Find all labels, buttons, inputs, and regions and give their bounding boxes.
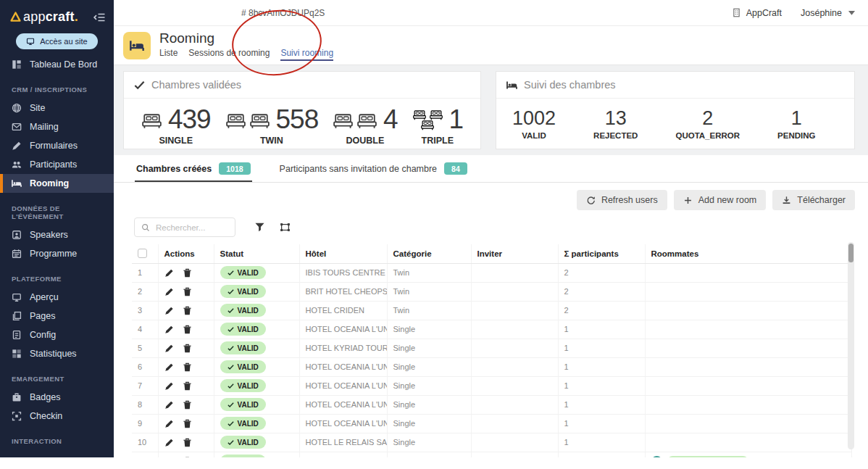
column-settings-icon[interactable] (280, 222, 291, 233)
stat-label: TRIPLE (412, 136, 464, 146)
stat-count: 1002 (512, 107, 556, 130)
sidebar-item-statistiques[interactable]: Statistiques (0, 344, 114, 363)
trash-icon[interactable] (183, 381, 192, 391)
bed-outline-icon (225, 114, 246, 129)
sidebar-item-rooming[interactable]: Rooming (0, 174, 114, 193)
row-number: 8 (132, 395, 158, 414)
sidebar-item-formulaires[interactable]: Formulaires (0, 136, 114, 155)
edit-icon[interactable] (164, 419, 174, 428)
sidebar-item-programme[interactable]: Programme (0, 244, 114, 263)
sidebar-item-site[interactable]: Site (0, 99, 114, 117)
sidebar-section-crm-inscriptions: CRM / INSCRIPTIONS (0, 74, 114, 99)
sidebar-item-speakers[interactable]: Speakers (0, 225, 114, 244)
edit-icon[interactable] (164, 325, 174, 334)
edit-icon[interactable] (164, 344, 174, 353)
roommates-cell (645, 263, 852, 282)
status-badge: VALID (220, 398, 266, 411)
status-cell: VALID (214, 320, 299, 339)
edit-icon[interactable] (164, 381, 174, 391)
validated-stat-double: 4DOUBLE (333, 106, 398, 146)
trash-icon[interactable] (183, 419, 192, 428)
download-button[interactable]: Télécharger (772, 190, 855, 210)
add-new-room-button[interactable]: Add new room (674, 190, 767, 210)
filter-funnel-icon[interactable] (254, 222, 265, 233)
sidebar-item-label: Site (30, 103, 46, 113)
participants-cell: 2 (558, 263, 645, 282)
sidebar-item-apercu[interactable]: Aperçu (0, 288, 114, 307)
content-tab-participants-sans-invitation-de-chambre[interactable]: Participants sans invitation de chambre8… (278, 155, 469, 182)
trash-icon[interactable] (183, 287, 192, 296)
select-all-checkbox[interactable] (138, 249, 147, 258)
trash-icon[interactable] (183, 400, 192, 410)
sidebar-item-tableau-de-bord[interactable]: Tableau De Bord (0, 55, 114, 74)
add-new-room-label: Add new room (698, 195, 757, 205)
trash-icon[interactable] (183, 362, 192, 372)
edit-icon[interactable] (164, 268, 174, 278)
edit-icon[interactable] (164, 362, 174, 372)
sidebar-item-mailing[interactable]: Mailing (0, 117, 114, 136)
hotel-cell: HOTEL OCEANIA L'UNIV... (299, 414, 387, 433)
page-tab-sessions-de-rooming[interactable]: Sessions de rooming (188, 48, 270, 61)
card-title: Suivi des chambres (524, 79, 616, 91)
status-badge: VALID (220, 323, 266, 336)
content-tab-chambres-creees[interactable]: Chambres créées1018 (135, 155, 252, 182)
sidebar-item-pages[interactable]: Pages (0, 307, 114, 325)
check-icon (228, 402, 234, 408)
collapse-sidebar-icon[interactable] (93, 12, 105, 23)
roommates-cell (645, 357, 852, 376)
edit-icon[interactable] (164, 306, 174, 315)
sidebar-section-plateforme: PLATEFORME (0, 263, 114, 288)
badge-icon (12, 392, 22, 402)
category-cell: Single (387, 395, 471, 414)
bed-icon (130, 40, 144, 51)
sidebar-item-checkin[interactable]: Checkin (0, 407, 114, 426)
check-icon (134, 80, 145, 90)
sidebar-section-emargement: EMARGEMENT (0, 363, 114, 388)
tab-label: Chambres créées (136, 164, 212, 174)
category-cell: Single (387, 357, 471, 376)
access-site-button[interactable]: Accès au site (16, 33, 97, 49)
sidebar-item-badges[interactable]: Badges (0, 388, 114, 407)
inviter-cell (471, 395, 558, 414)
category-cell: Single (387, 414, 471, 433)
org-switcher[interactable]: AppCraft (732, 8, 782, 18)
refresh-users-button[interactable]: Refresh users (577, 190, 667, 210)
bed-outline-icon (429, 110, 443, 120)
sidebar-item-participants[interactable]: Participants (0, 155, 114, 174)
bed-outline-icon (249, 114, 270, 129)
rooms-table: ActionsStatutHôtelCatégorieInviterΣ part… (132, 244, 852, 457)
status-badge: VALID (220, 379, 266, 392)
table-row: 4VALIDHOTEL OCEANIA L'UNIV...Single1 (132, 320, 852, 339)
row-number: 4 (132, 320, 158, 339)
status-badge: VALID (220, 360, 266, 373)
check-icon (228, 270, 234, 276)
edit-icon[interactable] (164, 400, 174, 410)
edit-icon[interactable] (164, 438, 174, 447)
search-input[interactable] (156, 223, 228, 232)
trash-icon[interactable] (183, 457, 192, 457)
bed-icon (12, 178, 22, 188)
participants-cell: 1 (558, 433, 645, 452)
trash-icon[interactable] (183, 268, 192, 278)
status-text: VALID (238, 439, 259, 447)
column-header-hotel: Hôtel (299, 244, 387, 263)
trash-icon[interactable] (183, 306, 192, 315)
toolbar: Refresh users Add new room Télécharger (114, 183, 868, 216)
actions-cell (158, 301, 214, 320)
user-menu[interactable]: Joséphine (801, 8, 856, 18)
table-scrollbar-track[interactable] (848, 242, 854, 449)
sidebar-item-config[interactable]: Config (0, 325, 114, 344)
page-tab-suivi-rooming[interactable]: Suivi rooming (280, 48, 333, 61)
tracking-stat-rejected: 13REJECTED (593, 107, 638, 140)
trash-icon[interactable] (183, 438, 192, 447)
page-tab-liste[interactable]: Liste (159, 48, 178, 61)
table-scrollbar-thumb[interactable] (848, 244, 854, 262)
sidebar-item-label: Checkin (30, 411, 62, 421)
trash-icon[interactable] (183, 325, 192, 334)
status-text: VALID (238, 363, 259, 371)
edit-icon[interactable] (164, 287, 174, 296)
trash-icon[interactable] (183, 344, 192, 353)
edit-icon[interactable] (164, 457, 174, 457)
caret-down-icon (847, 8, 856, 17)
triple-bed-icons (412, 110, 443, 133)
